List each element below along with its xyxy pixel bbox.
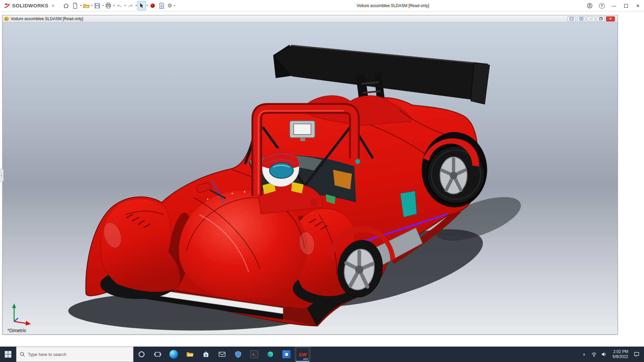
print-button[interactable] [104, 1, 113, 10]
document-window-controls: — ✕ [567, 16, 616, 21]
taskbar-app-security[interactable] [230, 347, 246, 362]
tray-overflow-button[interactable]: ∧ [579, 352, 589, 357]
open-dropdown-caret[interactable]: ▾ [91, 4, 93, 7]
action-center-button[interactable] [632, 351, 642, 357]
titlebar-controls: ? — ✕ [584, 0, 644, 11]
wifi-icon [591, 351, 597, 357]
account-icon [587, 3, 593, 9]
rebuild-button[interactable] [148, 1, 157, 10]
taskbar-app-blue-tile[interactable] [278, 347, 294, 362]
cortana-icon [138, 351, 145, 358]
document-title-bar[interactable]: Voiture assomblee.SLDASM [Read-only] — ✕ [3, 15, 618, 22]
new-document-button[interactable] [71, 1, 79, 10]
taskbar-app-edge[interactable] [166, 347, 182, 362]
notification-icon [634, 351, 640, 357]
new-dropdown-caret[interactable]: ▾ [80, 4, 82, 7]
mail-icon [218, 351, 226, 358]
open-button[interactable] [82, 1, 91, 10]
save-button[interactable] [93, 1, 102, 10]
taskbar-clock[interactable]: 2:02 PM 5/9/2022 [609, 349, 632, 359]
shield-icon [234, 351, 242, 358]
mdi-workspace: Voiture assomblee.SLDASM [Read-only] — ✕ [0, 11, 644, 347]
window-layout-icon [570, 17, 574, 20]
task-view-button[interactable] [150, 347, 166, 362]
wheel-rear-right[interactable] [422, 132, 487, 207]
panel-arrow-icon: ‹ [1, 173, 2, 177]
app-maximize-button[interactable] [620, 0, 632, 11]
taskbar-app-store[interactable] [198, 347, 214, 362]
account-button[interactable] [584, 0, 596, 11]
view-orientation-label: *Dimetric [7, 328, 26, 333]
file-properties-button[interactable] [157, 1, 166, 10]
graphics-viewport[interactable]: *Dimetric [3, 22, 618, 334]
task-view-icon [154, 351, 161, 358]
sw-mark: SW [299, 352, 307, 357]
model-viewport[interactable] [3, 22, 618, 334]
network-button[interactable] [589, 351, 599, 357]
print-dropdown-caret[interactable]: ▾ [113, 4, 115, 7]
doc-minimize-button[interactable]: — [587, 16, 595, 21]
gear-icon: ⚙ [167, 2, 172, 9]
windows-logo-icon [4, 351, 12, 358]
file-explorer-icon [186, 351, 194, 358]
document-title: Voiture assomblee.SLDASM [Read-only] [11, 16, 567, 21]
feature-panel-expand-handle[interactable]: ‹ [0, 169, 4, 182]
select-tool-button[interactable] [137, 1, 146, 10]
clock-date: 5/9/2022 [612, 354, 628, 359]
taskbar-app-file-explorer[interactable] [182, 347, 198, 362]
app-close-button[interactable]: ✕ [632, 0, 644, 11]
taskbar-search[interactable] [16, 347, 133, 362]
edge-icon [169, 350, 178, 359]
orientation-triad [9, 302, 33, 326]
help-button[interactable]: ? [596, 0, 608, 11]
quick-access-toolbar: ▾ ▾ ▾ ▾ ▾ ▾ ▾ [62, 1, 175, 10]
save-dropdown-caret[interactable]: ▾ [102, 4, 104, 7]
console-prompt-glyph: >_ [253, 353, 256, 356]
redo-button[interactable] [126, 1, 135, 10]
console-icon: >_ [250, 350, 258, 358]
camera-box[interactable] [289, 121, 315, 141]
undo-button[interactable] [115, 1, 124, 10]
solidworks-logo: SOLIDWORKS ▸ [0, 3, 54, 9]
document-window: Voiture assomblee.SLDASM [Read-only] — ✕ [2, 15, 618, 335]
taskbar-app-mail[interactable] [214, 347, 230, 362]
windows-taskbar: >_ SW 2021 ∧ [0, 347, 644, 362]
sw-year: 2021 [303, 358, 308, 360]
taskbar-app-solidworks-active[interactable]: SW 2021 [294, 347, 311, 362]
doc-restore-button[interactable] [596, 16, 605, 21]
search-input[interactable] [28, 352, 130, 357]
store-icon [202, 351, 210, 358]
system-tray: ∧ 2:02 PM 5/9/2022 [579, 347, 644, 362]
cortana-button[interactable] [133, 347, 150, 362]
taskbar-app-console[interactable]: >_ [246, 347, 262, 362]
assembly-doc-icon [4, 16, 9, 21]
help-icon: ? [599, 3, 605, 9]
options-gear-button[interactable]: ⚙ [166, 1, 173, 10]
brand-text: SOLIDWORKS [12, 3, 48, 8]
chevron-up-icon: ∧ [583, 352, 585, 357]
maximize-icon [624, 4, 628, 8]
app-title-bar: SOLIDWORKS ▸ ▾ ▾ ▾ ▾ ▾ ▾ [0, 0, 644, 11]
redo-dropdown-caret[interactable]: ▾ [136, 4, 137, 7]
start-button[interactable] [0, 347, 16, 362]
doc-pane-button-2[interactable] [577, 16, 586, 21]
home-button[interactable] [62, 1, 70, 10]
taskbar-app-3d-viewer[interactable] [262, 347, 278, 362]
undo-dropdown-caret[interactable]: ▾ [124, 4, 126, 7]
menu-expand-arrow[interactable]: ▸ [52, 3, 54, 8]
doc-pane-button-1[interactable] [567, 16, 576, 21]
select-dropdown-caret[interactable]: ▾ [147, 4, 148, 7]
app-minimize-button[interactable]: — [608, 0, 620, 11]
search-icon [20, 352, 25, 357]
clock-time: 2:02 PM [613, 349, 628, 354]
ds-logo-icon [3, 3, 11, 9]
solidworks-app: SOLIDWORKS ▸ ▾ ▾ ▾ ▾ ▾ ▾ [0, 0, 644, 362]
options-dropdown-caret[interactable]: ▾ [174, 4, 175, 7]
window-split-icon [579, 17, 583, 20]
solidworks-app-icon: SW 2021 [297, 348, 309, 360]
volume-button[interactable] [599, 351, 609, 357]
doc-close-button[interactable]: ✕ [606, 16, 615, 21]
restore-icon [599, 17, 602, 20]
blue-app-icon [282, 350, 290, 358]
cube-3d-icon [267, 351, 274, 358]
